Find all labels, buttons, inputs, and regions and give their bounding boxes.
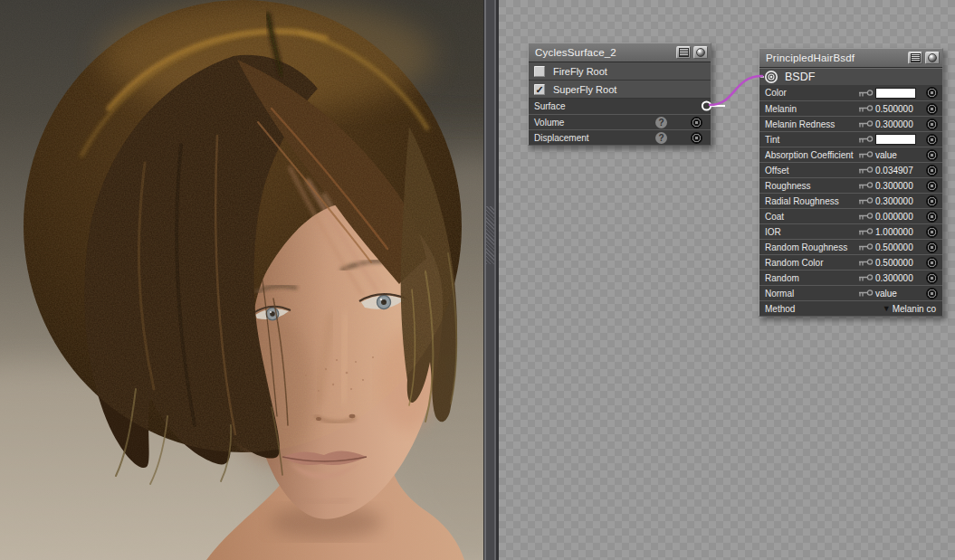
animation-key-icon[interactable] xyxy=(858,289,874,298)
animation-key-icon[interactable] xyxy=(858,258,874,267)
param-socket[interactable] xyxy=(926,226,938,238)
param-value[interactable]: 0.300000 xyxy=(875,119,922,129)
node-principled-hair-bsdf[interactable]: PrincipledHairBsdf BSDF Color xyxy=(759,48,943,317)
shader-node-editor[interactable]: CyclesSurface_2 FireFly Root ✓ SuperFly … xyxy=(499,0,955,560)
render-preview-pane xyxy=(0,0,483,560)
animation-key-icon[interactable] xyxy=(858,196,874,205)
checkbox[interactable]: ✓ xyxy=(534,84,545,95)
param-value[interactable]: value xyxy=(875,289,922,299)
param-value[interactable] xyxy=(875,134,922,145)
node-cycles-title-bar[interactable]: CyclesSurface_2 xyxy=(529,43,711,62)
param-row-roughness[interactable]: Roughness 0.300000 ▼ xyxy=(759,177,942,193)
param-row-absorption-coefficient[interactable]: Absorption Coefficient value ▼ xyxy=(759,147,942,162)
param-row-color[interactable]: Color ▼ xyxy=(759,85,942,100)
checkbox-label: SuperFly Root xyxy=(553,84,616,95)
node-hair-title: PrincipledHairBsdf xyxy=(766,52,855,63)
param-row-method[interactable]: Method ▼ Melanin co xyxy=(759,300,942,316)
node-preview-button[interactable] xyxy=(693,46,708,59)
param-socket[interactable] xyxy=(926,119,938,130)
color-swatch[interactable] xyxy=(875,134,916,145)
param-value[interactable]: 0.034907 xyxy=(875,166,922,176)
param-value[interactable]: 0.300000 xyxy=(875,181,922,191)
param-row-tint[interactable]: Tint ▼ xyxy=(759,131,942,147)
animation-key-icon[interactable] xyxy=(858,104,874,113)
param-socket[interactable] xyxy=(926,87,938,99)
param-value[interactable]: value xyxy=(875,150,922,160)
param-socket[interactable] xyxy=(926,134,938,146)
animation-key-icon[interactable] xyxy=(858,181,874,190)
param-value[interactable]: 0.000000 xyxy=(875,212,922,222)
node-menu-button[interactable] xyxy=(676,46,691,59)
param-row-radial-roughness[interactable]: Radial Roughness 0.300000 ▼ xyxy=(759,193,942,208)
param-row-offset[interactable]: Offset 0.034907 ▼ xyxy=(759,162,942,177)
checkbox-row-superfly-root[interactable]: ✓ SuperFly Root xyxy=(529,81,711,99)
checkbox-row-firefly-root[interactable]: FireFly Root xyxy=(529,62,711,81)
input-row-volume[interactable]: Volume ? xyxy=(529,114,711,129)
param-row-random-roughness[interactable]: Random Roughness 0.500000 ▼ xyxy=(759,239,942,254)
node-hair-title-bar[interactable]: PrincipledHairBsdf xyxy=(759,49,942,68)
poser-material-room: CyclesSurface_2 FireFly Root ✓ SuperFly … xyxy=(0,0,955,560)
param-label: Random xyxy=(765,273,799,283)
param-label: Radial Roughness xyxy=(765,196,839,206)
param-socket[interactable] xyxy=(926,288,938,299)
list-icon xyxy=(911,53,921,62)
param-socket[interactable] xyxy=(926,211,938,223)
param-value[interactable]: 0.500000 xyxy=(875,258,922,268)
param-value[interactable] xyxy=(875,88,922,99)
param-socket[interactable] xyxy=(926,165,938,176)
param-label: Color xyxy=(765,88,787,98)
param-socket[interactable] xyxy=(926,272,938,284)
param-value[interactable]: 1.000000 xyxy=(875,227,922,237)
animation-key-icon[interactable] xyxy=(858,119,874,128)
bsdf-output-row[interactable]: BSDF xyxy=(759,68,942,85)
param-value[interactable]: 0.300000 xyxy=(875,196,922,206)
color-swatch[interactable] xyxy=(875,88,916,99)
node-cycles-title: CyclesSurface_2 xyxy=(535,47,616,58)
param-value[interactable]: 0.500000 xyxy=(875,104,922,114)
pane-splitter[interactable] xyxy=(483,0,499,560)
param-label: Tint xyxy=(765,135,779,145)
node-preview-button[interactable] xyxy=(925,52,940,64)
param-value[interactable]: 0.500000 xyxy=(875,242,922,252)
animation-key-icon[interactable] xyxy=(858,273,874,282)
param-row-melanin-redness[interactable]: Melanin Redness 0.300000 ▼ xyxy=(759,116,942,131)
animation-key-icon[interactable] xyxy=(858,166,874,175)
param-label: Roughness xyxy=(765,181,811,191)
animation-key-icon[interactable] xyxy=(858,135,874,144)
input-socket[interactable] xyxy=(691,132,702,144)
bsdf-output-plug-icon[interactable] xyxy=(760,70,780,84)
param-row-random-color[interactable]: Random Color 0.500000 ▼ xyxy=(759,254,942,270)
param-dropdown[interactable]: ▼ Melanin co xyxy=(883,304,942,314)
connected-plug-icon[interactable] xyxy=(700,100,725,112)
animation-key-icon[interactable] xyxy=(858,227,874,236)
sphere-preview-icon xyxy=(696,48,705,57)
param-row-ior[interactable]: IOR 1.000000 ▼ xyxy=(759,223,942,239)
animation-key-icon[interactable] xyxy=(858,212,874,221)
param-label: Method xyxy=(765,304,795,314)
input-label: Surface xyxy=(534,101,565,111)
animation-key-icon[interactable] xyxy=(858,150,874,159)
input-label: Volume xyxy=(534,118,564,128)
splitter-grip[interactable] xyxy=(486,206,494,264)
param-value[interactable]: 0.300000 xyxy=(875,273,922,283)
param-row-normal[interactable]: Normal value ▼ xyxy=(759,285,942,300)
param-socket[interactable] xyxy=(926,242,938,253)
param-label: Melanin xyxy=(765,104,797,114)
param-row-coat[interactable]: Coat 0.000000 ▼ xyxy=(759,208,942,223)
sphere-preview-icon xyxy=(928,53,937,62)
param-row-random[interactable]: Random 0.300000 ▼ xyxy=(759,270,942,285)
param-row-melanin[interactable]: Melanin 0.500000 ▼ xyxy=(759,100,942,116)
input-row-surface[interactable]: Surface xyxy=(529,99,711,114)
param-socket[interactable] xyxy=(926,180,938,192)
param-socket[interactable] xyxy=(926,149,938,161)
node-cycles-surface[interactable]: CyclesSurface_2 FireFly Root ✓ SuperFly … xyxy=(528,43,711,146)
input-row-displacement[interactable]: Displacement ? xyxy=(529,129,711,145)
param-socket[interactable] xyxy=(926,103,938,115)
node-menu-button[interactable] xyxy=(908,52,922,64)
animation-key-icon[interactable] xyxy=(858,89,874,98)
input-socket[interactable] xyxy=(691,117,702,128)
param-socket[interactable] xyxy=(926,195,938,207)
param-socket[interactable] xyxy=(926,257,938,269)
checkbox[interactable] xyxy=(534,66,545,77)
animation-key-icon[interactable] xyxy=(858,242,874,252)
